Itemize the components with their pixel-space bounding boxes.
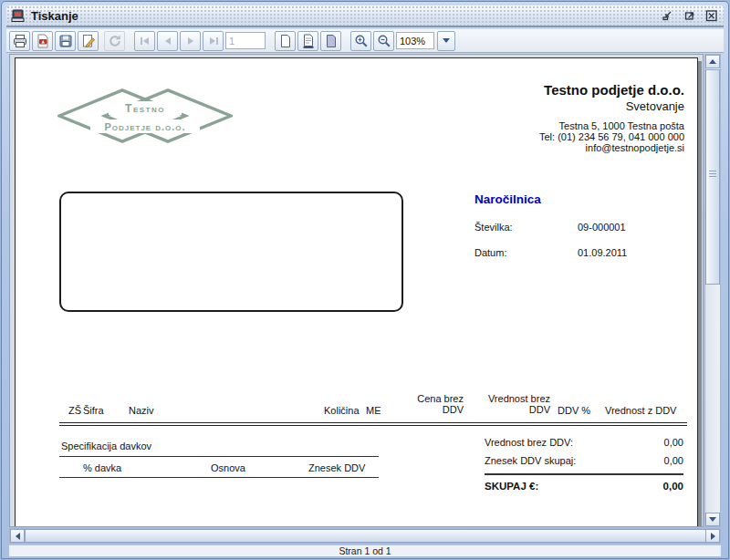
refresh-icon [104,31,125,51]
company-address: Testna 5, 1000 Testna pošta [539,120,684,131]
field-value: 09-000001 [578,222,626,233]
tax-divider [59,456,379,457]
multi-page-view-button[interactable] [320,31,341,51]
fit-page-view-button[interactable] [297,31,318,51]
company-tagline: Svetovanje [539,99,684,113]
company-phone: Tel: (01) 234 56 79, 041 000 000 [539,131,684,142]
zoom-level-input[interactable] [396,32,434,49]
col-header-me: ME [366,405,381,416]
page-number-input[interactable] [225,32,266,49]
zoom-in-button[interactable] [350,31,371,51]
edit-report-button[interactable] [78,31,99,51]
total-label: Znesek DDV skupaj: [485,455,576,466]
table-header-divider [59,422,687,426]
window-title: Tiskanje [31,9,78,23]
arrow-down-icon [709,517,716,522]
logo-line1: Testno [125,102,165,115]
scroll-left-button[interactable] [10,529,25,543]
grand-total-row: SKUPAJ €: 0,00 [485,481,683,492]
tax-header-znesek: Znesek DDV [308,462,365,473]
scroll-down-button[interactable] [705,513,720,526]
tax-section-title: Specifikacija davkov [61,441,151,451]
chevron-down-icon [443,38,450,43]
vertical-scrollbar[interactable] [704,54,721,527]
toolbar [6,29,724,53]
zoom-dropdown-button[interactable] [437,31,455,51]
print-button[interactable] [9,31,30,51]
totals-row: Znesek DDV skupaj: 0,00 [485,455,683,466]
grand-total-label: SKUPAJ €: [485,481,538,492]
save-button[interactable] [55,31,76,51]
company-email: info@testnopodjetje.si [539,142,684,153]
minimize-icon[interactable] [660,9,675,23]
col-header-zs: ZŠ [68,405,81,416]
print-preview-window: Tiskanje [1,1,729,559]
single-page-view-button[interactable] [275,31,296,51]
status-bar: Stran 1 od 1 [9,544,721,556]
horizontal-scrollbar[interactable] [9,528,721,544]
totals-divider [485,473,683,475]
col-header-naziv: Naziv [129,405,154,416]
export-pdf-button[interactable] [32,31,53,51]
field-value: 01.09.2011 [578,247,627,258]
arrow-left-icon [16,533,20,540]
document-title: Naročilnica [474,192,541,206]
col-header-vrednost-brez-ddv: Vrednost brez DDV [485,393,550,415]
field-label: Številka: [474,222,513,233]
maximize-icon[interactable] [682,9,697,23]
totals-row: Vrednost brez DDV: 0,00 [485,437,683,448]
page-status-text: Stran 1 od 1 [339,545,391,556]
arrow-up-icon [709,59,716,64]
total-value: 0,00 [664,455,683,466]
zoom-out-button[interactable] [373,31,394,51]
previous-page-button[interactable] [157,31,178,51]
col-header-kolicina: Količina [324,405,360,416]
col-header-vrednost-z-ddv: Vrednost z DDV [605,405,676,416]
total-label: Vrednost brez DDV: [485,437,573,448]
next-page-button[interactable] [180,31,201,51]
logo-line2: Podjetje d.o.o. [104,121,185,132]
horizontal-scrollbar-thumb[interactable] [25,529,706,543]
scroll-up-button[interactable] [705,55,720,68]
field-label: Datum: [474,247,506,258]
tax-divider-bottom [59,477,379,478]
recipient-address-box [59,192,403,312]
total-value: 0,00 [664,437,683,448]
vertical-scrollbar-thumb[interactable] [705,69,720,285]
titlebar[interactable]: Tiskanje [6,5,724,27]
document-page: Testno Podjetje d.o.o. Testno podjetje d… [15,57,698,527]
company-name: Testno podjetje d.o.o. [539,82,684,98]
company-logo: Testno Podjetje d.o.o. [57,88,233,144]
arrow-right-icon [711,533,715,540]
grand-total-value: 0,00 [663,481,683,492]
preview-area: Testno Podjetje d.o.o. Testno podjetje d… [9,54,704,527]
company-header: Testno podjetje d.o.o. Svetovanje Testna… [539,82,684,153]
tax-header-osnova: Osnova [211,462,245,473]
col-header-ddv-pct: DDV % [558,405,590,416]
first-page-button[interactable] [134,31,155,51]
close-icon[interactable] [704,9,719,23]
scroll-right-button[interactable] [705,529,720,543]
col-header-cena-brez-ddv: Cena brez DDV [414,393,464,415]
col-header-sifra: Šifra [83,405,104,416]
printer-window-icon [11,9,26,23]
thumb-grip [709,171,716,178]
tax-header-pct: % davka [83,462,121,473]
last-page-button[interactable] [203,31,224,51]
